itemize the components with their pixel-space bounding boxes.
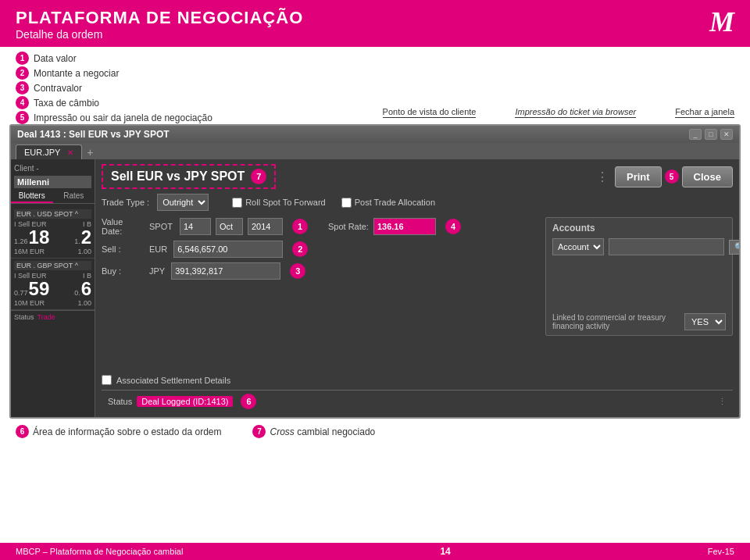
blotter-item1-price1-small: 1.26 [14, 237, 28, 245]
blotter-tab-rates[interactable]: Rates [53, 190, 95, 203]
annotations-left: 1 Data valor 2 Montante a negociar 3 Con… [16, 52, 383, 124]
left-fields: Value Date: SPOT 1 Spot Rate: 4 [102, 217, 538, 336]
deal-title-box: Sell EUR vs JPY SPOT 7 [102, 164, 276, 189]
blotter-item1-size: 16M EUR [14, 248, 45, 255]
blotter-item2-size: 10M EUR [14, 299, 45, 307]
bottom-callout-6: 6 Área de informação sobre o estado da o… [16, 425, 221, 438]
minimize-button[interactable]: _ [689, 129, 702, 140]
blotter-panel: Client - Millenni Blotters Rates EUR . U… [11, 159, 95, 417]
footer: MBCP – Plataforma de Negociação cambial … [0, 543, 750, 560]
badge-5: 5 [665, 169, 679, 184]
day-input[interactable] [180, 218, 211, 235]
buy-row: Buy : JPY 3 [102, 262, 538, 280]
blotter-item1-size2: 1.00 [77, 248, 91, 255]
account-input[interactable] [609, 238, 724, 255]
trade-type-label: Trade Type : [102, 198, 149, 207]
callout-fechar: Fechar a janela [675, 107, 734, 119]
buy-currency: JPY [149, 266, 165, 276]
footer-left: MBCP – Plataforma de Negociação cambial [16, 547, 183, 556]
page-title: PLATAFORMA DE NEGOCIAÇÃO [16, 8, 303, 28]
callout-fechar-text: Fechar a janela [675, 107, 734, 118]
annotation-3: 3 Contravalor [16, 81, 383, 95]
account-row: Account 🔍 [552, 238, 726, 255]
callout-impressao: Impressão do ticket via browser [515, 107, 636, 119]
blotter-status-value: Trade [38, 313, 55, 321]
badge-1: 1 [292, 219, 308, 234]
blotter-tab-blotters[interactable]: Blotters [11, 190, 53, 203]
annotation-3-text: Contravalor [34, 83, 82, 94]
brand-logo: M [709, 8, 734, 36]
trade-type-select[interactable]: Outright [157, 194, 209, 211]
month-input[interactable] [216, 218, 243, 235]
sell-row: Sell : EUR 2 [102, 241, 538, 258]
print-button[interactable]: Print [615, 166, 662, 187]
buy-amount-input[interactable] [171, 262, 280, 280]
annotation-1: 1 Data valor [16, 52, 383, 65]
window-close-button[interactable]: ✕ [720, 129, 733, 140]
deal-title-area: Sell EUR vs JPY SPOT 7 [102, 164, 276, 189]
status-label: Status [108, 397, 132, 406]
trading-window: Deal 1413 : Sell EUR vs JPY SPOT _ □ ✕ E… [9, 124, 741, 419]
blotter-item1-header: EUR . USD SPOT ^ [14, 209, 91, 219]
badge-3: 3 [290, 263, 305, 279]
blotter-item2-header: EUR . GBP SPOT ^ [14, 261, 91, 270]
bottom-callouts: 6 Área de informação sobre o estado da o… [0, 422, 750, 441]
account-search-button[interactable]: 🔍 [729, 240, 741, 255]
footer-center: 14 [440, 546, 450, 557]
post-trade-checkbox[interactable] [341, 198, 352, 208]
window-titlebar: Deal 1413 : Sell EUR vs JPY SPOT _ □ ✕ [11, 126, 739, 143]
deal-actions: ⋮ Print 5 Close [596, 166, 733, 187]
value-date-label: Value Date: [102, 217, 145, 236]
deal-title: Sell EUR vs JPY SPOT [111, 169, 245, 184]
annotation-list: 1 Data valor 2 Montante a negociar 3 Con… [16, 52, 383, 124]
annotation-1-text: Data valor [34, 53, 77, 64]
year-input[interactable] [248, 218, 283, 235]
post-trade-label: Post Trade Allocation [355, 198, 435, 207]
client-button[interactable]: Millenni [14, 176, 91, 188]
blotter-item2-price1-small: 0.77 [14, 289, 28, 297]
blotter-item2-price1-large: 59 [29, 280, 50, 298]
sell-amount-input[interactable] [173, 241, 283, 258]
settlement-row: Associated Settlement Details [102, 375, 733, 385]
blotter-item1-price2-large: 2 [81, 228, 91, 247]
blotter-item-eurusd: EUR . USD SPOT ^ I Sell EUR I B 1.26 18 … [11, 207, 95, 259]
close-window-button[interactable]: Close [682, 166, 733, 187]
callout7-text: Cross cambial negociado [270, 426, 375, 437]
accounts-spacer [552, 260, 726, 307]
buy-label: Buy : [102, 266, 145, 276]
account-select[interactable]: Account [552, 238, 604, 255]
post-trade-checkbox-row: Post Trade Allocation [341, 198, 435, 208]
roll-spot-checkbox[interactable] [232, 198, 242, 208]
status-bar: Status Deal Logged (ID:1413) 6 ⋮ [102, 390, 733, 412]
blotter-item-eurgbp: EUR . GBP SPOT ^ I Sell EUR I B 0.77 59 … [11, 259, 95, 310]
page: PLATAFORMA DE NEGOCIAÇÃO Detalhe da orde… [0, 0, 750, 560]
badge-6: 6 [241, 394, 256, 409]
add-tab-button[interactable]: + [87, 146, 93, 159]
more-icon: ⋮ [596, 169, 609, 184]
linked-select[interactable]: YES [684, 313, 726, 330]
num-5: 5 [16, 111, 29, 124]
badge-4: 4 [445, 219, 461, 234]
blotter-item1-size-row: 16M EUR 1.00 [14, 248, 91, 255]
callout-impressao-text: Impressão do ticket via browser [515, 107, 636, 118]
blotter-item2-size2: 1.00 [77, 299, 91, 307]
sell-currency: EUR [149, 244, 167, 254]
value-date-row: Value Date: SPOT 1 Spot Rate: 4 [102, 217, 538, 236]
blotter-item1-price1-large: 18 [29, 228, 50, 247]
badge-7: 7 [251, 169, 266, 184]
tab-eurjpy[interactable]: EUR.JPY ✕ [16, 144, 82, 159]
deal-header: Sell EUR vs JPY SPOT 7 ⋮ Print 5 Close [102, 164, 733, 189]
annotation-2: 2 Montante a negociar [16, 66, 383, 80]
badge-2: 2 [292, 241, 308, 257]
callout6-num: 6 [16, 425, 29, 438]
spot-rate-input[interactable] [373, 218, 436, 235]
spot-rate-label: Spot Rate: [328, 222, 369, 231]
status-end-icon: ⋮ [718, 397, 727, 407]
settlement-checkbox[interactable] [102, 375, 112, 385]
maximize-button[interactable]: □ [705, 129, 717, 140]
annotation-4: 4 Taxa de câmbio [16, 96, 383, 109]
spot-label: SPOT [149, 222, 173, 231]
annotation-4-text: Taxa de câmbio [34, 98, 99, 109]
window-inner: Client - Millenni Blotters Rates EUR . U… [11, 159, 739, 417]
annotation-5-text: Impressão ou sair da janela de negociaçã… [34, 112, 212, 123]
